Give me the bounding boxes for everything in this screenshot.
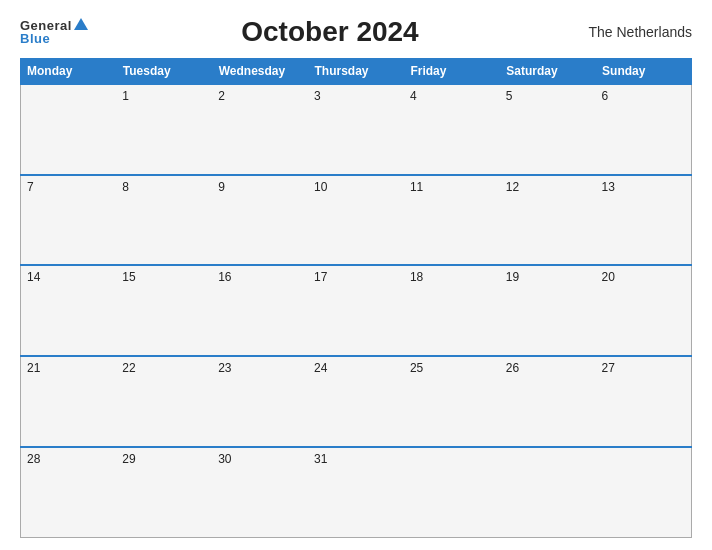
calendar-day-cell: 21 <box>21 356 117 447</box>
calendar-day-cell: 27 <box>596 356 692 447</box>
calendar-day-cell: 9 <box>212 175 308 266</box>
logo: General Blue <box>20 19 88 45</box>
logo-blue-text: Blue <box>20 32 50 45</box>
col-friday: Friday <box>404 59 500 85</box>
day-number: 30 <box>218 452 231 466</box>
page: General Blue October 2024 The Netherland… <box>0 0 712 550</box>
day-number: 25 <box>410 361 423 375</box>
day-number: 3 <box>314 89 321 103</box>
calendar-day-cell: 15 <box>116 265 212 356</box>
calendar-day-cell: 4 <box>404 84 500 175</box>
day-number: 29 <box>122 452 135 466</box>
day-number: 27 <box>602 361 615 375</box>
day-number: 28 <box>27 452 40 466</box>
day-number: 17 <box>314 270 327 284</box>
calendar-day-cell: 10 <box>308 175 404 266</box>
day-number: 16 <box>218 270 231 284</box>
calendar-day-cell: 3 <box>308 84 404 175</box>
day-number: 4 <box>410 89 417 103</box>
day-number: 19 <box>506 270 519 284</box>
col-saturday: Saturday <box>500 59 596 85</box>
calendar-day-cell: 1 <box>116 84 212 175</box>
calendar-week-row: 78910111213 <box>21 175 692 266</box>
day-number: 24 <box>314 361 327 375</box>
day-number: 31 <box>314 452 327 466</box>
col-monday: Monday <box>21 59 117 85</box>
calendar-day-cell: 11 <box>404 175 500 266</box>
day-number: 26 <box>506 361 519 375</box>
calendar-day-cell: 25 <box>404 356 500 447</box>
calendar-day-cell: 13 <box>596 175 692 266</box>
day-number: 18 <box>410 270 423 284</box>
calendar-day-cell <box>596 447 692 538</box>
calendar-day-cell: 7 <box>21 175 117 266</box>
calendar-day-cell: 18 <box>404 265 500 356</box>
col-thursday: Thursday <box>308 59 404 85</box>
calendar-day-cell: 26 <box>500 356 596 447</box>
calendar-day-cell: 30 <box>212 447 308 538</box>
calendar-header-row: Monday Tuesday Wednesday Thursday Friday… <box>21 59 692 85</box>
day-number: 5 <box>506 89 513 103</box>
calendar-title: October 2024 <box>88 16 572 48</box>
calendar-day-cell: 22 <box>116 356 212 447</box>
col-wednesday: Wednesday <box>212 59 308 85</box>
day-number: 13 <box>602 180 615 194</box>
day-number: 2 <box>218 89 225 103</box>
header: General Blue October 2024 The Netherland… <box>20 16 692 48</box>
day-number: 7 <box>27 180 34 194</box>
calendar-week-row: 123456 <box>21 84 692 175</box>
country-label: The Netherlands <box>572 24 692 40</box>
calendar-week-row: 28293031 <box>21 447 692 538</box>
day-number: 1 <box>122 89 129 103</box>
calendar-day-cell: 16 <box>212 265 308 356</box>
day-number: 12 <box>506 180 519 194</box>
calendar-day-cell: 8 <box>116 175 212 266</box>
col-sunday: Sunday <box>596 59 692 85</box>
day-number: 15 <box>122 270 135 284</box>
col-tuesday: Tuesday <box>116 59 212 85</box>
calendar-day-cell: 23 <box>212 356 308 447</box>
calendar-table: Monday Tuesday Wednesday Thursday Friday… <box>20 58 692 538</box>
calendar-day-cell: 6 <box>596 84 692 175</box>
calendar-day-cell <box>21 84 117 175</box>
calendar-day-cell: 20 <box>596 265 692 356</box>
calendar-day-cell: 29 <box>116 447 212 538</box>
calendar-day-cell <box>500 447 596 538</box>
calendar-day-cell <box>404 447 500 538</box>
day-number: 6 <box>602 89 609 103</box>
calendar-day-cell: 28 <box>21 447 117 538</box>
calendar-day-cell: 5 <box>500 84 596 175</box>
day-number: 8 <box>122 180 129 194</box>
day-number: 20 <box>602 270 615 284</box>
day-number: 22 <box>122 361 135 375</box>
calendar-day-cell: 19 <box>500 265 596 356</box>
day-number: 9 <box>218 180 225 194</box>
calendar-week-row: 14151617181920 <box>21 265 692 356</box>
calendar-day-cell: 12 <box>500 175 596 266</box>
calendar-week-row: 21222324252627 <box>21 356 692 447</box>
calendar-day-cell: 2 <box>212 84 308 175</box>
day-number: 11 <box>410 180 423 194</box>
calendar-day-cell: 31 <box>308 447 404 538</box>
calendar-day-cell: 24 <box>308 356 404 447</box>
calendar-day-cell: 14 <box>21 265 117 356</box>
logo-triangle-icon <box>74 18 88 30</box>
day-number: 10 <box>314 180 327 194</box>
day-number: 21 <box>27 361 40 375</box>
day-number: 23 <box>218 361 231 375</box>
day-number: 14 <box>27 270 40 284</box>
calendar-day-cell: 17 <box>308 265 404 356</box>
